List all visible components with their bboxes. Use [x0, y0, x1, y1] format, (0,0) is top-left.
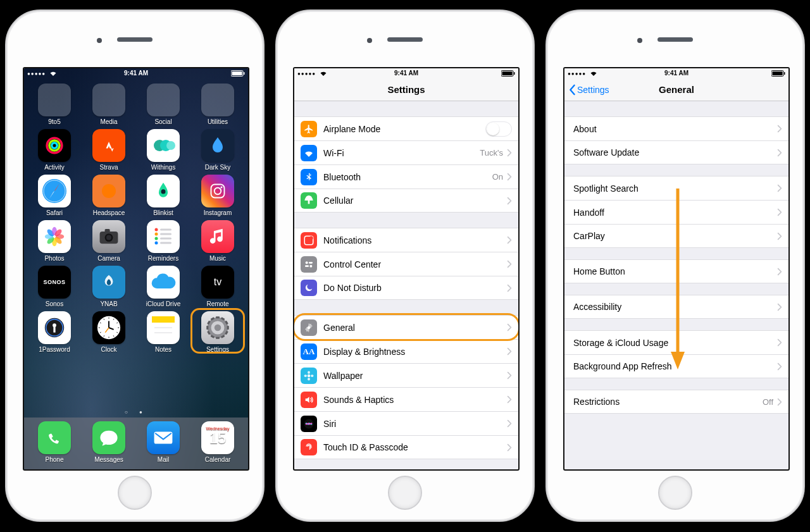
general-row-restrictions[interactable]: RestrictionsOff: [564, 390, 788, 414]
home-button[interactable]: [118, 476, 152, 510]
settings-row-general[interactable]: General: [294, 315, 518, 339]
row-label: Control Center: [323, 259, 507, 269]
app-camera[interactable]: Camera: [85, 220, 133, 262]
settings-row-touch-id-and-passcode[interactable]: Touch ID & Passcode: [294, 435, 518, 459]
svg-rect-76: [206, 326, 208, 330]
app-blinkist[interactable]: Blinkist: [139, 175, 187, 216]
folder-icon: [38, 84, 71, 116]
row-label: Software Update: [573, 147, 777, 158]
app-notes[interactable]: Notes: [139, 311, 187, 353]
folder-utilities[interactable]: Utilities: [194, 84, 242, 125]
app-safari[interactable]: Safari: [30, 175, 78, 216]
app-headspace[interactable]: Headspace: [85, 175, 133, 216]
app-instagram[interactable]: Instagram: [194, 175, 242, 216]
general-row-handoff[interactable]: Handoff: [564, 200, 788, 224]
svg-rect-38: [160, 229, 171, 231]
general-row-accessibility[interactable]: Accessibility: [564, 295, 788, 319]
settings-row-control-center[interactable]: Control Center: [294, 252, 518, 276]
settings-row-do-not-disturb[interactable]: Do Not Disturb: [294, 276, 518, 300]
chevron-right-icon: [507, 371, 512, 380]
general-row-about[interactable]: About: [564, 116, 788, 140]
app-label: Phone: [46, 456, 64, 463]
app-withings[interactable]: Withings: [139, 129, 187, 171]
toggle-switch[interactable]: [485, 121, 512, 137]
settings-row-wi-fi[interactable]: Wi-FiTuck's: [294, 140, 518, 164]
siri-icon: [301, 416, 317, 432]
chevron-right-icon: [507, 149, 512, 157]
app-reminders[interactable]: Reminders: [139, 220, 187, 262]
phone-settings: ●●●●● 9:41 AM Settings Airplane ModeWi-F…: [275, 9, 535, 522]
settings-icon: [201, 311, 234, 344]
navbar: Settings General: [564, 78, 788, 101]
folder-social[interactable]: Social: [139, 84, 187, 125]
chevron-right-icon: [777, 303, 782, 311]
row-label: Restrictions: [573, 397, 763, 407]
general-row-software-update[interactable]: Software Update: [564, 140, 788, 164]
app-label: Clock: [101, 346, 116, 353]
icloud-drive-icon: [147, 266, 180, 299]
settings-row-bluetooth[interactable]: BluetoothOn: [294, 164, 518, 189]
row-label: Do Not Disturb: [323, 283, 507, 293]
safari-icon: [38, 175, 71, 207]
home-screen: ●●●●● 9:41 AM 9to5MediaSocialUtilitiesAc…: [23, 67, 249, 471]
svg-point-83: [215, 325, 221, 331]
row-label: Wi-Fi: [323, 148, 480, 158]
messages-icon: [92, 421, 125, 454]
headspace-icon: [92, 175, 125, 207]
app-clock[interactable]: Clock: [85, 311, 133, 353]
app-settings[interactable]: Settings: [194, 311, 242, 353]
svg-rect-65: [152, 316, 175, 323]
dock-app-mail[interactable]: Mail: [139, 421, 187, 469]
general-row-background-app-refresh[interactable]: Background App Refresh: [564, 354, 788, 378]
folder-9to5[interactable]: 9to5: [30, 84, 78, 125]
settings-row-sounds-and-haptics[interactable]: Sounds & Haptics: [294, 387, 518, 411]
app-ynab[interactable]: YNAB: [85, 266, 133, 307]
app-label: Messages: [94, 456, 123, 463]
settings-row-siri[interactable]: Siri: [294, 411, 518, 435]
control-center-icon: [301, 256, 317, 273]
app-strava[interactable]: Strava: [85, 129, 133, 171]
dock-app-phone[interactable]: Phone: [30, 421, 78, 469]
settings-row-wallpaper[interactable]: Wallpaper: [294, 363, 518, 387]
notifications-icon: [301, 232, 317, 249]
settings-row-cellular[interactable]: Cellular: [294, 189, 518, 213]
back-button[interactable]: Settings: [568, 78, 609, 101]
app-sonos[interactable]: SONOSSonos: [30, 266, 78, 307]
app-label: iCloud Drive: [146, 300, 180, 307]
settings-row-airplane-mode[interactable]: Airplane Mode: [294, 116, 518, 140]
settings-row-display-and-brightness[interactable]: AADisplay & Brightness: [294, 339, 518, 363]
dock-app-calendar[interactable]: Wednesday15Calendar: [194, 421, 242, 469]
settings-row-notifications[interactable]: Notifications: [294, 228, 518, 252]
app-dark-sky[interactable]: Dark Sky: [194, 129, 242, 171]
app-label: Headspace: [93, 209, 125, 216]
chevron-right-icon: [777, 208, 782, 216]
row-label: About: [573, 124, 777, 134]
folder-media[interactable]: Media: [85, 84, 133, 125]
app-label: Camera: [97, 255, 120, 262]
row-detail: Tuck's: [480, 148, 503, 158]
general-row-home-button[interactable]: Home Button: [564, 259, 788, 283]
status-bar: ●●●●● 9:41 AM: [564, 68, 788, 78]
svg-rect-48: [53, 326, 55, 333]
svg-point-21: [161, 189, 165, 194]
app-label: Dark Sky: [205, 164, 231, 171]
app-label: Notes: [155, 346, 171, 353]
svg-point-39: [155, 233, 158, 236]
home-button[interactable]: [658, 476, 692, 510]
home-button[interactable]: [388, 476, 422, 510]
general-row-carplay[interactable]: CarPlay: [564, 224, 788, 248]
svg-point-8: [166, 141, 175, 150]
general-row-storage-and-icloud-usage[interactable]: Storage & iCloud Usage: [564, 330, 788, 354]
app-photos[interactable]: Photos: [30, 220, 78, 262]
dock-app-messages[interactable]: Messages: [85, 421, 133, 469]
app-icloud-drive[interactable]: iCloud Drive: [139, 266, 187, 307]
chevron-right-icon: [507, 395, 512, 404]
app-activity[interactable]: Activity: [30, 129, 78, 171]
app-1password[interactable]: 1Password: [30, 311, 78, 353]
row-label: Airplane Mode: [323, 124, 485, 134]
svg-rect-70: [227, 326, 229, 330]
general-row-spotlight-search[interactable]: Spotlight Search: [564, 176, 788, 200]
app-label: Safari: [46, 209, 63, 216]
app-music[interactable]: Music: [194, 220, 242, 262]
app-remote[interactable]: tvRemote: [194, 266, 242, 307]
